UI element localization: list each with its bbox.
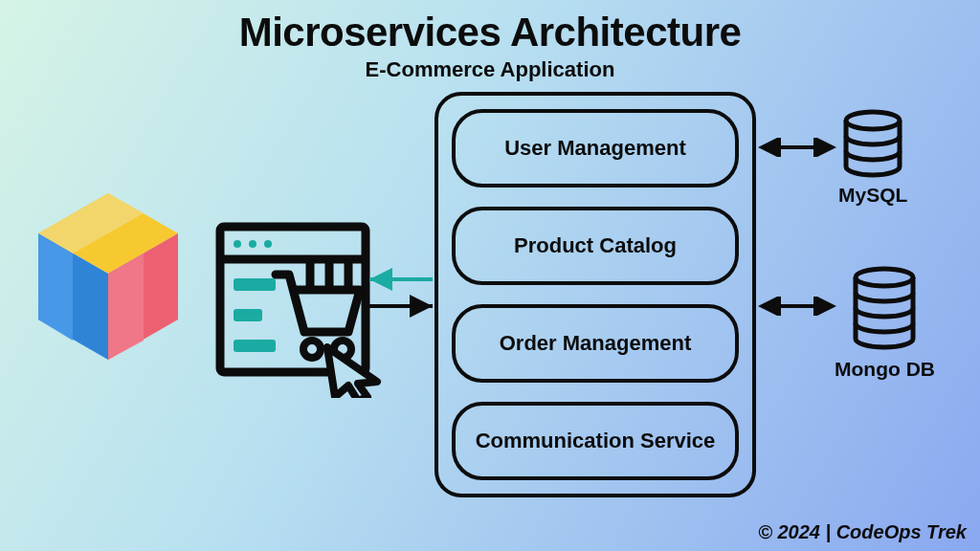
svg-point-8 <box>234 240 241 248</box>
database-mongo: Mongo DB <box>835 266 935 381</box>
database-stack-icon <box>848 266 921 354</box>
svg-point-24 <box>856 269 913 286</box>
database-mysql-label: MySQL <box>838 184 907 207</box>
svg-point-17 <box>303 341 321 358</box>
arrow-webshop-to-services <box>364 264 440 331</box>
database-stack-icon <box>839 109 906 180</box>
diagram-subtitle: E-Commerce Application <box>0 57 980 82</box>
diagram-title: Microservices Architecture <box>0 10 980 55</box>
service-user-management: User Management <box>452 109 739 187</box>
svg-rect-12 <box>234 309 262 321</box>
footer-credit: © 2024 | CodeOps Trek <box>758 521 967 543</box>
svg-point-23 <box>846 112 900 129</box>
service-communication: Communication Service <box>452 402 739 480</box>
arrow-services-to-mongo <box>754 297 840 316</box>
service-product-catalog: Product Catalog <box>452 207 739 285</box>
services-container: User Management Product Catalog Order Ma… <box>434 92 756 497</box>
database-mongo-label: Mongo DB <box>835 358 935 381</box>
shopping-cart-browser-icon <box>214 221 387 402</box>
database-mysql: MySQL <box>838 109 907 207</box>
cube-icon <box>27 187 189 373</box>
svg-rect-13 <box>234 340 276 352</box>
service-order-management: Order Management <box>452 304 739 383</box>
svg-rect-11 <box>234 278 276 291</box>
svg-point-10 <box>264 240 272 248</box>
svg-point-9 <box>249 240 256 248</box>
diagram-canvas: User Management Product Catalog Order Ma… <box>0 82 980 541</box>
arrow-services-to-mysql <box>754 138 840 157</box>
